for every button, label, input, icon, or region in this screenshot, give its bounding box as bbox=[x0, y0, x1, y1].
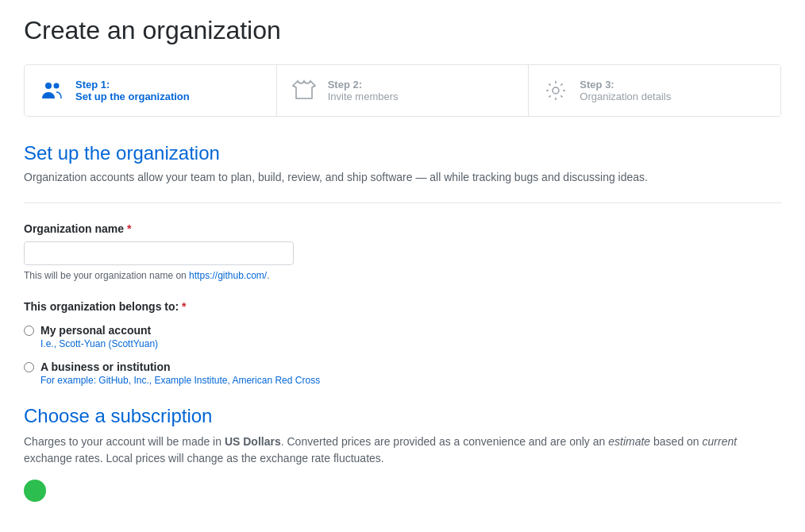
usd-label: US Dollars bbox=[225, 435, 281, 448]
radio-personal-option: My personal account I.e., Scott-Yuan (Sc… bbox=[24, 324, 781, 349]
step2-icon bbox=[290, 76, 318, 105]
step2-text: Step 2: Invite members bbox=[328, 79, 399, 102]
radio-business-input[interactable] bbox=[24, 362, 34, 372]
step2-label: Invite members bbox=[328, 91, 399, 102]
radio-group: My personal account I.e., Scott-Yuan (Sc… bbox=[24, 324, 781, 386]
org-name-input[interactable] bbox=[24, 241, 294, 265]
radio-business-label[interactable]: A business or institution For example: G… bbox=[24, 360, 781, 386]
subscription-indicator bbox=[24, 480, 46, 502]
org-name-label: Organization name * bbox=[24, 222, 781, 235]
step3-number: Step 3: bbox=[580, 79, 671, 91]
step3-label: Organization details bbox=[580, 91, 671, 102]
step1-text: Step 1: Set up the organization bbox=[75, 79, 190, 102]
setup-title: Set up the organization bbox=[24, 142, 781, 164]
radio-personal-input[interactable] bbox=[24, 326, 34, 336]
radio-business-option: A business or institution For example: G… bbox=[24, 360, 781, 386]
svg-point-1 bbox=[54, 83, 60, 89]
belongs-group: This organization belongs to: * My perso… bbox=[24, 300, 781, 386]
setup-description: Organization accounts allow your team to… bbox=[24, 171, 781, 203]
step3-text: Step 3: Organization details bbox=[580, 79, 671, 102]
belongs-label: This organization belongs to: * bbox=[24, 300, 781, 313]
svg-point-0 bbox=[45, 83, 52, 89]
step-3: Step 3: Organization details bbox=[529, 65, 780, 116]
step-1: Step 1: Set up the organization bbox=[25, 65, 277, 116]
estimate-label: estimate bbox=[608, 435, 650, 448]
step2-number: Step 2: bbox=[328, 79, 399, 91]
org-name-hint: This will be your organization name on h… bbox=[24, 270, 781, 281]
radio-personal-desc: I.e., Scott-Yuan (ScottYuan) bbox=[40, 338, 158, 349]
page-title: Create an organization bbox=[24, 16, 781, 45]
github-link[interactable]: https://github.com/ bbox=[189, 270, 267, 281]
radio-personal-label[interactable]: My personal account I.e., Scott-Yuan (Sc… bbox=[24, 324, 781, 349]
radio-business-desc: For example: GitHub, Inc., Example Insti… bbox=[40, 375, 320, 386]
step1-icon bbox=[37, 76, 66, 105]
step3-icon bbox=[541, 76, 570, 105]
step-2: Step 2: Invite members bbox=[277, 65, 530, 116]
step1-number: Step 1: bbox=[75, 79, 190, 91]
steps-bar: Step 1: Set up the organization Step 2: … bbox=[24, 64, 781, 117]
svg-point-2 bbox=[553, 87, 559, 94]
subscription-description: Charges to your account will be made in … bbox=[24, 434, 781, 467]
subscription-section: Choose a subscription Charges to your ac… bbox=[24, 405, 781, 502]
step1-label: Set up the organization bbox=[75, 91, 190, 102]
radio-business-title: A business or institution bbox=[40, 360, 320, 373]
required-marker: * bbox=[127, 222, 131, 235]
current-label: current bbox=[703, 435, 738, 448]
radio-personal-title: My personal account bbox=[40, 324, 158, 337]
org-name-group: Organization name * This will be your or… bbox=[24, 222, 781, 281]
subscription-title: Choose a subscription bbox=[24, 405, 781, 427]
belongs-required: * bbox=[182, 300, 186, 313]
